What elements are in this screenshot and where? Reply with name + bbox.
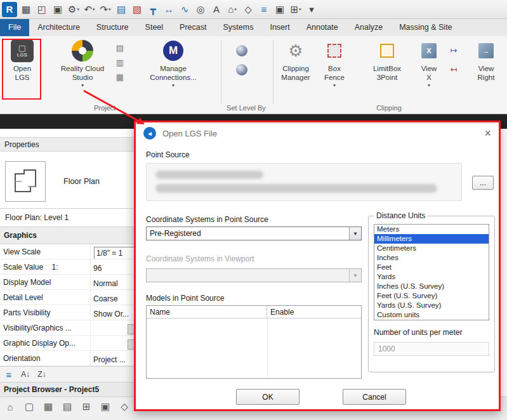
manage-connections-label-1: Manage xyxy=(160,65,187,73)
column-divider xyxy=(267,318,268,378)
tab-systems[interactable]: Systems xyxy=(214,19,261,36)
sort-descending-icon[interactable]: Z↓ xyxy=(36,368,48,381)
revit-logo[interactable]: R xyxy=(2,2,17,17)
filter-icon[interactable]: ◇ xyxy=(117,400,131,414)
selection-box-icon[interactable]: ▢ xyxy=(22,400,36,414)
browse-button[interactable]: ... xyxy=(472,176,494,190)
project-browser-header[interactable]: Project Browser - Project5 xyxy=(0,382,145,397)
view-cube-icon[interactable]: ◇ xyxy=(241,2,255,17)
cancel-button[interactable]: Cancel xyxy=(343,389,406,405)
column-header-enable[interactable]: Enable xyxy=(267,306,361,318)
redo-icon[interactable]: ↷▾ xyxy=(98,2,112,17)
worksharing-monitor-icon[interactable]: ▦ xyxy=(19,2,33,17)
publish-icon[interactable]: ▤ xyxy=(114,43,126,53)
switch-windows-icon[interactable]: ⊞▾ xyxy=(289,2,303,17)
reset-view-icon[interactable]: ↤ xyxy=(448,64,459,74)
close-icon[interactable]: × xyxy=(484,128,491,139)
list-item-inches[interactable]: Inches xyxy=(374,253,489,263)
thin-lines-icon[interactable]: ≡ xyxy=(257,2,271,17)
measure-icon[interactable]: ┳ xyxy=(146,2,160,17)
sync-icon[interactable]: ▦ xyxy=(114,72,126,82)
ribbon: ▢LGS Open LGS Reality Cloud Studio ▾ ▤ ▥… xyxy=(0,36,507,114)
column-header-name[interactable]: Name xyxy=(147,306,267,318)
grid-icon[interactable]: ▦ xyxy=(41,400,55,414)
coord-system-select[interactable]: Pre-Registered ▼ xyxy=(146,226,362,240)
list-item-millimeters-selected[interactable]: Millimeters xyxy=(374,234,489,244)
undo-glyph: ↶ xyxy=(84,4,92,15)
floor-plan-sketch xyxy=(11,167,40,196)
open-lgs-label-1: Open xyxy=(13,65,31,73)
graphics-section-header[interactable]: Graphics xyxy=(0,227,145,244)
list-item-inches-us[interactable]: Inches (U.S. Survey) xyxy=(374,282,489,291)
tab-insert[interactable]: Insert xyxy=(261,19,298,36)
clipping-manager-button[interactable]: ⚙ Clipping Manager xyxy=(277,39,315,82)
tab-analyze[interactable]: Analyze xyxy=(346,19,391,36)
list-item-yards[interactable]: Yards xyxy=(374,272,489,282)
distance-units-group: Distance Units Meters Millimeters Centim… xyxy=(368,211,495,372)
properties-filter-icon[interactable]: ≡ xyxy=(3,368,15,381)
view-right-button[interactable]: → View Right xyxy=(470,39,503,82)
cloud-tools-column: ▤ ▥ ▦ xyxy=(114,43,126,82)
manage-connections-button[interactable]: M Manage Connections... ▾ xyxy=(145,39,202,88)
open-lgs-button[interactable]: ▢LGS Open LGS xyxy=(4,39,40,82)
models-label: Models in Point Source xyxy=(146,294,224,303)
align-view-icon[interactable]: ↦ xyxy=(448,45,459,55)
zoom-region-icon[interactable]: ◎ xyxy=(194,2,207,17)
tab-steel[interactable]: Steel xyxy=(137,19,172,36)
schedule-icon[interactable]: ▤ xyxy=(60,400,74,414)
models-table-body xyxy=(147,318,361,378)
properties-header: Properties xyxy=(0,137,145,152)
tab-file[interactable]: File xyxy=(0,19,29,36)
open-file-icon[interactable]: ◰ xyxy=(35,2,49,17)
reality-cloud-label-2: Studio xyxy=(72,74,93,82)
save-icon[interactable]: ▣ xyxy=(51,2,65,17)
print-icon[interactable]: ▤ xyxy=(114,2,128,17)
sheet-icon[interactable]: ⊞ xyxy=(79,400,93,414)
list-item-centimeters[interactable]: Centimeters xyxy=(374,244,489,253)
reality-cloud-studio-button[interactable]: Reality Cloud Studio ▾ xyxy=(57,39,108,88)
instance-label[interactable]: Floor Plan: Level 1 xyxy=(0,209,145,227)
set-level-sphere-icon-1[interactable] xyxy=(236,45,247,56)
models-table[interactable]: Name Enable xyxy=(146,305,362,379)
save-state-icon[interactable]: ▣ xyxy=(98,400,112,414)
list-item-yards-us[interactable]: Yards (U.S. Survey) xyxy=(374,301,489,310)
tab-structure[interactable]: Structure xyxy=(88,19,137,36)
tab-massing-site[interactable]: Massing & Site xyxy=(391,19,460,36)
clipping-manager-label-2: Manager xyxy=(281,74,310,82)
point-source-field[interactable] xyxy=(146,163,462,201)
spline-icon[interactable]: ∿ xyxy=(178,2,192,17)
tab-architecture[interactable]: Architecture xyxy=(29,19,88,36)
copy-monitor-icon[interactable]: ▣ xyxy=(273,2,287,17)
tab-precast[interactable]: Precast xyxy=(171,19,214,36)
cube-glyph: ▢ xyxy=(18,44,26,52)
settings-gear-icon[interactable]: ⚙▾ xyxy=(67,2,81,17)
transfer-standards-icon[interactable]: ▧ xyxy=(130,2,144,17)
aligned-dimension-icon[interactable]: ↔ xyxy=(162,2,176,17)
list-item-custom-units[interactable]: Custom units xyxy=(374,310,489,320)
coord-systems-viewport-label: Coordinate Systems in Viewport xyxy=(146,254,254,263)
box-fence-button[interactable]: Box Fence ▾ xyxy=(320,39,349,88)
ok-button[interactable]: OK xyxy=(236,389,300,405)
distance-units-listbox[interactable]: Meters Millimeters Centimeters Inches Fe… xyxy=(374,224,489,320)
set-level-sphere-icon-2[interactable] xyxy=(236,64,247,75)
customize-qat-icon[interactable]: ▾ xyxy=(305,2,319,17)
tab-annotate[interactable]: Annotate xyxy=(298,19,346,36)
type-selector[interactable]: Floor Plan xyxy=(0,154,145,209)
dialog-titlebar[interactable]: ◄ Open LGS File × xyxy=(136,122,499,144)
limitbox-3point-button[interactable]: LimitBox 3Point xyxy=(367,39,407,82)
chevron-down-icon[interactable]: ▼ xyxy=(349,227,361,240)
list-item-meters[interactable]: Meters xyxy=(374,225,489,234)
undo-icon[interactable]: ↶▾ xyxy=(82,2,96,17)
home-view-icon[interactable]: ⌂ xyxy=(3,400,17,414)
text-icon[interactable]: A xyxy=(209,2,223,17)
chevron-down-icon: ▾ xyxy=(81,82,84,88)
view-right-label-2: Right xyxy=(478,74,495,82)
view-x-button[interactable]: X View X ▾ xyxy=(415,39,443,88)
back-icon[interactable]: ◄ xyxy=(143,127,156,140)
list-item-feet-us[interactable]: Feet (U.S. Survey) xyxy=(374,291,489,301)
sort-ascending-icon[interactable]: A↓ xyxy=(19,368,32,381)
parameter-rows: View Scale 1/8" = 1 Scale Value 1: 96 Di… xyxy=(0,244,145,366)
import-icon[interactable]: ▥ xyxy=(114,57,126,67)
list-item-feet[interactable]: Feet xyxy=(374,263,489,272)
default-3d-view-icon[interactable]: ⌂▾ xyxy=(225,2,239,17)
